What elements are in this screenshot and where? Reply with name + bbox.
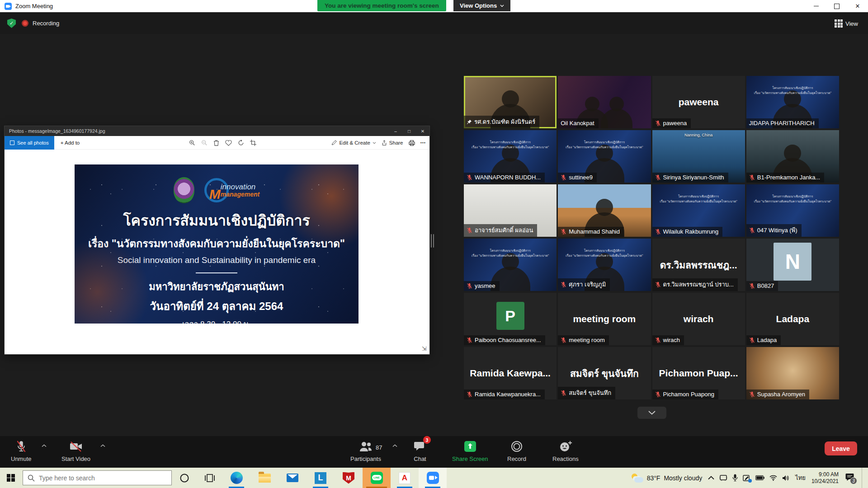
taskbar-app-mail[interactable] xyxy=(278,468,307,488)
zoom-app-icon xyxy=(5,3,12,10)
taskbar-search[interactable] xyxy=(23,470,172,485)
crop-icon[interactable] xyxy=(250,140,256,146)
participants-options-chevron[interactable] xyxy=(392,444,397,447)
participant-tile[interactable]: รศ.ดร.บัณฑิต ผังนิรันดร์ xyxy=(464,76,557,128)
see-all-photos-button[interactable]: See all photos xyxy=(5,136,54,150)
taskbar-app-zoom[interactable] xyxy=(419,468,447,488)
participant-tile[interactable]: PPaiboon Chaosuansree... xyxy=(464,293,557,345)
mic-off-icon xyxy=(749,283,755,289)
taskbar-app-acrobat[interactable]: A xyxy=(391,468,419,488)
leave-button[interactable]: Leave xyxy=(825,441,857,455)
delete-icon[interactable] xyxy=(213,140,219,146)
volume-icon[interactable] xyxy=(782,475,789,481)
chat-button[interactable]: 3 Chat xyxy=(414,439,426,462)
start-video-button[interactable]: Start Video xyxy=(61,439,90,462)
close-button[interactable] xyxy=(847,0,868,12)
rotate-icon[interactable] xyxy=(238,140,244,146)
taskbar-app-file-explorer[interactable] xyxy=(250,468,278,488)
participant-name-label: 047 Witinya (พี) xyxy=(746,224,802,237)
show-desktop-button[interactable] xyxy=(862,468,864,488)
reactions-button[interactable]: Reactions xyxy=(552,439,579,462)
participant-tile[interactable]: Ramida Kaewpa...Ramida Kaewpanuekra... xyxy=(464,347,557,399)
taskbar-weather[interactable]: 83°F Mostly cloudy xyxy=(632,474,703,483)
taskbar-app-mcafee[interactable]: M xyxy=(335,468,363,488)
participant-name-label: suttinee9 xyxy=(558,173,597,183)
taskbar-app-edge[interactable] xyxy=(222,468,250,488)
participant-tile[interactable]: โครงการสัมมนาเชิงปฏิบัติการเรื่อง "นวัตก… xyxy=(746,76,839,128)
participant-tile[interactable]: Muhammad Shahid xyxy=(558,184,651,237)
photos-close-button[interactable]: ✕ xyxy=(416,126,429,136)
maximize-button[interactable] xyxy=(826,0,847,12)
expand-icon[interactable]: ⇲ xyxy=(422,345,427,352)
wifi-icon[interactable] xyxy=(769,475,777,481)
participant-tile[interactable]: โครงการสัมมนาเชิงปฏิบัติการเรื่อง "นวัตก… xyxy=(652,184,745,237)
favorite-icon[interactable] xyxy=(225,140,232,146)
participant-tile[interactable]: NB0827 xyxy=(746,239,839,291)
taskbar-app-l[interactable]: L xyxy=(307,468,335,488)
photos-window: Photos - messageImage_1634960177924.jpg … xyxy=(5,126,429,354)
unmute-options-chevron[interactable] xyxy=(42,444,47,447)
taskbar-clock[interactable]: 9:00 AM 10/24/2021 xyxy=(811,471,839,485)
cortana-button[interactable] xyxy=(172,468,197,488)
participant-tile[interactable]: paweenapaweena xyxy=(652,76,745,128)
video-caption: Nanning, China xyxy=(652,133,745,137)
view-layout-button[interactable]: View xyxy=(831,18,862,29)
print-icon[interactable] xyxy=(409,140,415,146)
search-input[interactable] xyxy=(39,474,156,482)
unmute-button[interactable]: Unmute xyxy=(11,439,32,462)
panel-resize-handle[interactable] xyxy=(431,234,434,248)
participant-tile[interactable]: Pichamon Puap...Pichamon Puapong xyxy=(652,347,745,399)
participant-tile[interactable]: โครงการสัมมนาเชิงปฏิบัติการเรื่อง "นวัตก… xyxy=(464,130,557,183)
participant-tile[interactable]: Oil Kanokpat xyxy=(558,76,651,128)
battery-icon[interactable] xyxy=(755,475,764,480)
zoom-out-icon[interactable] xyxy=(201,140,208,146)
participant-tile[interactable]: โครงการสัมมนาเชิงปฏิบัติการเรื่อง "นวัตก… xyxy=(746,184,839,237)
participant-name-label: Sirinya Siriyanun-Smith xyxy=(652,173,728,183)
action-center-button[interactable]: 3 xyxy=(845,473,854,483)
taskbar-app-line[interactable] xyxy=(363,468,391,488)
video-options-chevron[interactable] xyxy=(100,444,105,447)
seminar-slide-image: M innovation management โครงการสัมมนาเชิ… xyxy=(75,164,359,324)
mic-off-icon xyxy=(655,337,661,343)
share-button[interactable]: Share xyxy=(382,140,403,145)
language-indicator[interactable]: ไทย xyxy=(795,473,806,483)
pen-workspace-icon[interactable] xyxy=(743,474,750,482)
tray-chevron-up-icon[interactable] xyxy=(708,476,714,480)
mic-off-icon xyxy=(655,229,661,235)
participant-tile[interactable]: Supasha Aromyen xyxy=(746,347,839,399)
edit-create-button[interactable]: Edit & Create xyxy=(331,140,376,145)
cast-display-icon[interactable] xyxy=(719,474,727,481)
photos-minimize-button[interactable]: – xyxy=(389,126,402,136)
participant-tile[interactable]: meeting roommeeting room xyxy=(558,293,651,345)
photos-maximize-button[interactable]: □ xyxy=(402,126,416,136)
video-grid: รศ.ดร.บัณฑิต ผังนิรันดร์Oil Kanokpatpawe… xyxy=(464,76,839,399)
photos-grid-icon xyxy=(10,141,14,145)
participant-tile[interactable]: ดร.วิมลพรรณชฎ...ดร.วิมลพรรณชฎาน์ ปราบ... xyxy=(652,239,745,291)
mcafee-icon: M xyxy=(343,472,354,484)
participant-tile[interactable]: wirachwirach xyxy=(652,293,745,345)
zoom-in-icon[interactable] xyxy=(189,140,195,146)
participant-tile[interactable]: LadapaLadapa xyxy=(746,293,839,345)
more-options-icon[interactable]: ⋯ xyxy=(420,140,426,146)
view-options-button[interactable]: View Options xyxy=(453,0,510,11)
chevron-down-icon xyxy=(373,142,376,144)
add-to-button[interactable]: + Add to xyxy=(61,140,80,145)
task-view-button[interactable] xyxy=(197,468,222,488)
participant-tile[interactable]: B1-Premkamon Janka... xyxy=(746,130,839,183)
participant-tile[interactable]: อาจารย์สมศักดิ์ ผลอ่อน xyxy=(464,184,557,237)
participant-tile[interactable]: Nanning, ChinaSirinya Siriyanun-Smith xyxy=(652,130,745,183)
share-screen-button[interactable]: Share Screen xyxy=(452,439,488,462)
participant-tile[interactable]: สมจิตร์ ขุนจันทึกสมจิตร์ ขุนจันทึก xyxy=(558,347,651,399)
participant-tile[interactable]: โครงการสัมมนาเชิงปฏิบัติการเรื่อง "นวัตก… xyxy=(558,130,651,183)
minimize-button[interactable] xyxy=(806,0,826,12)
participants-button[interactable]: 87 Participants xyxy=(350,439,381,462)
weather-condition: Mostly cloudy xyxy=(664,474,702,482)
tray-mic-icon[interactable] xyxy=(732,474,738,482)
participant-tile[interactable]: โครงการสัมมนาเชิงปฏิบัติการเรื่อง "นวัตก… xyxy=(464,239,557,291)
start-button[interactable] xyxy=(0,468,22,488)
cortana-icon xyxy=(179,473,189,483)
scroll-down-button[interactable] xyxy=(637,407,666,419)
l-app-icon: L xyxy=(315,472,326,484)
participant-tile[interactable]: โครงการสัมมนาเชิงปฏิบัติการเรื่อง "นวัตก… xyxy=(558,239,651,291)
record-button[interactable]: Record xyxy=(507,439,526,462)
